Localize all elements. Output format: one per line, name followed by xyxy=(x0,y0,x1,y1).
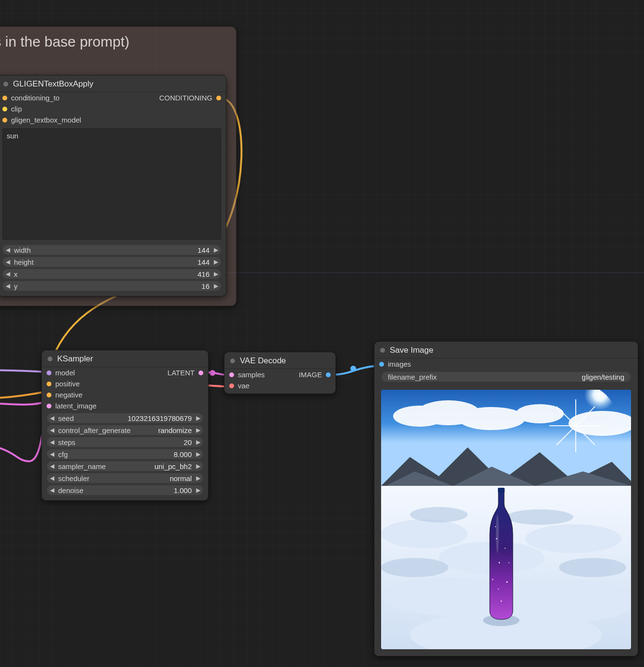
widget-label: seed xyxy=(57,414,74,422)
widget-value[interactable]: 144 xyxy=(198,258,211,266)
input-label: conditioning_to xyxy=(11,94,60,102)
sampler-name-widget[interactable]: ◀ sampler_name uni_pc_bh2 ▶ xyxy=(47,461,203,471)
increment-icon[interactable]: ▶ xyxy=(193,415,203,421)
svg-point-29 xyxy=(505,548,506,549)
decrement-icon[interactable]: ◀ xyxy=(47,463,57,469)
node-vae-decode[interactable]: VAE Decode samples IMAGE vae xyxy=(224,352,336,394)
port-clip-in[interactable] xyxy=(2,107,7,111)
cfg-widget[interactable]: ◀ cfg 8.000 ▶ xyxy=(47,449,203,459)
gligen-text-input[interactable]: sun xyxy=(2,128,221,240)
decrement-icon[interactable]: ◀ xyxy=(47,451,57,457)
widget-value[interactable]: randomize xyxy=(158,426,193,434)
port-gligen-model-in[interactable] xyxy=(2,118,7,123)
svg-point-25 xyxy=(381,558,448,577)
decrement-icon[interactable]: ◀ xyxy=(47,475,57,482)
increment-icon[interactable]: ▶ xyxy=(193,487,203,494)
node-header[interactable]: GLIGENTextBoxApply xyxy=(0,75,226,92)
node-header[interactable]: VAE Decode xyxy=(224,352,335,369)
increment-icon[interactable]: ▶ xyxy=(211,259,221,265)
node-header[interactable]: Save Image xyxy=(374,342,638,358)
widget-value[interactable]: gligen/testing xyxy=(582,373,624,381)
port-latent-out[interactable] xyxy=(198,371,203,375)
increment-icon[interactable]: ▶ xyxy=(193,475,203,482)
widget-value[interactable]: 1023216319780679 xyxy=(128,414,193,422)
node-header[interactable]: KSampler xyxy=(42,350,208,367)
steps-widget[interactable]: ◀ steps 20 ▶ xyxy=(47,437,203,447)
input-label: latent_image xyxy=(55,402,97,410)
widget-label: steps xyxy=(57,438,75,446)
filename-prefix-widget[interactable]: filename_prefix gligen/testing xyxy=(381,371,631,382)
increment-icon[interactable]: ▶ xyxy=(193,451,203,457)
increment-icon[interactable]: ▶ xyxy=(193,439,203,445)
height-widget[interactable]: ◀ height 144 ▶ xyxy=(2,257,221,267)
widget-value[interactable]: 1.000 xyxy=(173,486,193,494)
x-widget[interactable]: ◀ x 416 ▶ xyxy=(2,269,221,279)
svg-point-30 xyxy=(499,562,500,564)
port-latent-image-in[interactable] xyxy=(47,404,51,408)
port-negative-in[interactable] xyxy=(47,393,51,397)
port-vae-in[interactable] xyxy=(229,383,234,388)
decrement-icon[interactable]: ◀ xyxy=(2,271,13,277)
input-label: vae xyxy=(238,382,249,390)
scheduler-widget[interactable]: ◀ scheduler normal ▶ xyxy=(47,473,203,483)
port-samples-in[interactable] xyxy=(229,372,234,377)
y-widget[interactable]: ◀ y 16 ▶ xyxy=(2,281,221,291)
widget-label: scheduler xyxy=(57,474,89,482)
increment-icon[interactable]: ▶ xyxy=(193,427,203,433)
collapse-dot-icon[interactable] xyxy=(48,357,52,361)
control-after-generate-widget[interactable]: ◀ control_after_generate randomize ▶ xyxy=(47,425,203,435)
widget-label: filename_prefix xyxy=(388,373,437,381)
decrement-icon[interactable]: ◀ xyxy=(2,283,13,289)
decrement-icon[interactable]: ◀ xyxy=(47,427,57,433)
svg-point-24 xyxy=(559,558,626,577)
output-label: LATENT xyxy=(168,369,195,377)
widget-label: height xyxy=(13,258,34,266)
input-label: model xyxy=(55,369,75,377)
decrement-icon[interactable]: ◀ xyxy=(2,247,13,253)
decrement-icon[interactable]: ◀ xyxy=(2,259,13,265)
widget-value[interactable]: 8.000 xyxy=(173,450,193,458)
decrement-icon[interactable]: ◀ xyxy=(47,487,57,494)
svg-point-36 xyxy=(498,589,499,590)
widget-label: denoise xyxy=(57,486,84,494)
widget-value[interactable]: 416 xyxy=(198,270,211,278)
output-label: IMAGE xyxy=(299,371,322,379)
node-save-image[interactable]: Save Image images filename_prefix gligen… xyxy=(374,341,638,656)
decrement-icon[interactable]: ◀ xyxy=(47,439,57,445)
collapse-dot-icon[interactable] xyxy=(380,348,385,353)
svg-point-37 xyxy=(496,515,499,553)
collapse-dot-icon[interactable] xyxy=(3,82,8,86)
widget-value[interactable]: 16 xyxy=(201,282,211,290)
widget-value[interactable]: 20 xyxy=(184,438,193,446)
increment-icon[interactable]: ▶ xyxy=(193,463,203,469)
prompt-group-box[interactable]: ch some elements in the base prompt) GLI… xyxy=(0,26,236,306)
input-label: positive xyxy=(55,380,80,388)
input-label: samples xyxy=(238,371,265,379)
input-label: clip xyxy=(11,105,22,113)
collapse-dot-icon[interactable] xyxy=(230,358,235,363)
port-image-out[interactable] xyxy=(326,372,331,377)
port-model-in[interactable] xyxy=(47,371,51,375)
port-conditioning-to-in[interactable] xyxy=(2,96,7,100)
node-gligen-textbox-apply[interactable]: GLIGENTextBoxApply conditioning_to CONDI… xyxy=(0,75,226,296)
increment-icon[interactable]: ▶ xyxy=(211,283,221,289)
svg-point-35 xyxy=(508,562,509,563)
output-label: CONDITIONING xyxy=(159,94,212,102)
widget-value[interactable]: normal xyxy=(170,474,193,482)
increment-icon[interactable]: ▶ xyxy=(211,247,221,253)
port-conditioning-out[interactable] xyxy=(216,96,221,100)
widget-value[interactable]: 144 xyxy=(198,246,211,254)
width-widget[interactable]: ◀ width 144 ▶ xyxy=(2,245,221,255)
increment-icon[interactable]: ▶ xyxy=(211,271,221,277)
output-image-preview[interactable] xyxy=(381,390,631,649)
svg-point-5 xyxy=(458,407,525,430)
port-positive-in[interactable] xyxy=(47,382,51,386)
widget-label: width xyxy=(13,246,31,254)
decrement-icon[interactable]: ◀ xyxy=(47,415,57,421)
svg-point-32 xyxy=(506,581,508,582)
widget-value[interactable]: uni_pc_bh2 xyxy=(154,462,193,470)
seed-widget[interactable]: ◀ seed 1023216319780679 ▶ xyxy=(47,413,203,423)
port-images-in[interactable] xyxy=(379,362,384,367)
node-ksampler[interactable]: KSampler model LATENT positive negative … xyxy=(41,350,209,501)
denoise-widget[interactable]: ◀ denoise 1.000 ▶ xyxy=(47,485,203,495)
